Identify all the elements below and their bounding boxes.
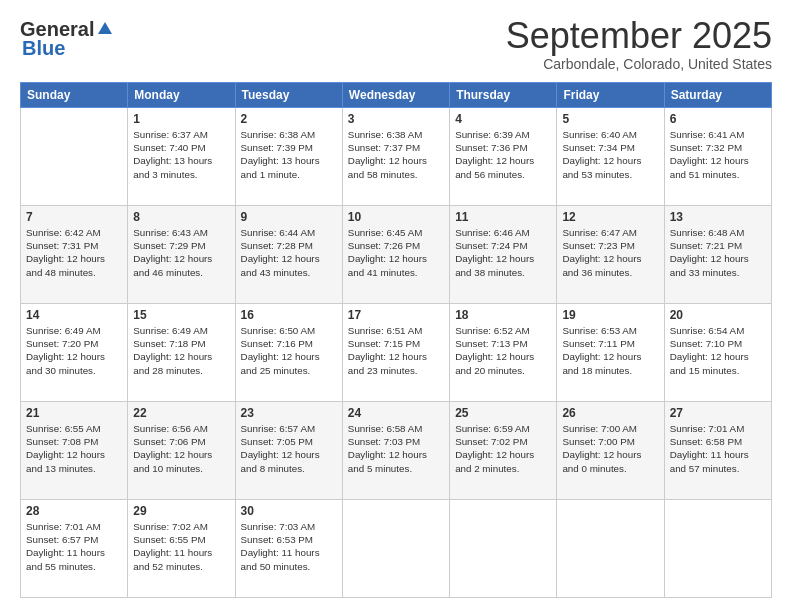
- day-info: Sunrise: 7:01 AMSunset: 6:57 PMDaylight:…: [26, 520, 122, 573]
- col-wednesday: Wednesday: [342, 83, 449, 108]
- calendar-header-row: Sunday Monday Tuesday Wednesday Thursday…: [21, 83, 772, 108]
- table-row: 26Sunrise: 7:00 AMSunset: 7:00 PMDayligh…: [557, 402, 664, 500]
- day-number: 26: [562, 406, 658, 420]
- day-number: 29: [133, 504, 229, 518]
- day-number: 18: [455, 308, 551, 322]
- day-info: Sunrise: 7:00 AMSunset: 7:00 PMDaylight:…: [562, 422, 658, 475]
- table-row: 12Sunrise: 6:47 AMSunset: 7:23 PMDayligh…: [557, 206, 664, 304]
- day-number: 17: [348, 308, 444, 322]
- day-number: 28: [26, 504, 122, 518]
- col-tuesday: Tuesday: [235, 83, 342, 108]
- table-row: [21, 108, 128, 206]
- table-row: 6Sunrise: 6:41 AMSunset: 7:32 PMDaylight…: [664, 108, 771, 206]
- table-row: 29Sunrise: 7:02 AMSunset: 6:55 PMDayligh…: [128, 500, 235, 598]
- day-info: Sunrise: 6:45 AMSunset: 7:26 PMDaylight:…: [348, 226, 444, 279]
- day-info: Sunrise: 6:49 AMSunset: 7:18 PMDaylight:…: [133, 324, 229, 377]
- day-number: 5: [562, 112, 658, 126]
- day-number: 22: [133, 406, 229, 420]
- day-number: 20: [670, 308, 766, 322]
- day-info: Sunrise: 6:51 AMSunset: 7:15 PMDaylight:…: [348, 324, 444, 377]
- day-info: Sunrise: 7:03 AMSunset: 6:53 PMDaylight:…: [241, 520, 337, 573]
- day-info: Sunrise: 7:01 AMSunset: 6:58 PMDaylight:…: [670, 422, 766, 475]
- calendar-row: 7Sunrise: 6:42 AMSunset: 7:31 PMDaylight…: [21, 206, 772, 304]
- day-info: Sunrise: 6:41 AMSunset: 7:32 PMDaylight:…: [670, 128, 766, 181]
- page: General Blue September 2025 Carbondale, …: [0, 0, 792, 612]
- table-row: 27Sunrise: 7:01 AMSunset: 6:58 PMDayligh…: [664, 402, 771, 500]
- day-number: 14: [26, 308, 122, 322]
- day-number: 21: [26, 406, 122, 420]
- table-row: 15Sunrise: 6:49 AMSunset: 7:18 PMDayligh…: [128, 304, 235, 402]
- day-info: Sunrise: 6:53 AMSunset: 7:11 PMDaylight:…: [562, 324, 658, 377]
- table-row: 28Sunrise: 7:01 AMSunset: 6:57 PMDayligh…: [21, 500, 128, 598]
- day-info: Sunrise: 6:38 AMSunset: 7:39 PMDaylight:…: [241, 128, 337, 181]
- day-number: 13: [670, 210, 766, 224]
- day-info: Sunrise: 6:48 AMSunset: 7:21 PMDaylight:…: [670, 226, 766, 279]
- day-info: Sunrise: 6:46 AMSunset: 7:24 PMDaylight:…: [455, 226, 551, 279]
- day-info: Sunrise: 6:58 AMSunset: 7:03 PMDaylight:…: [348, 422, 444, 475]
- day-info: Sunrise: 6:54 AMSunset: 7:10 PMDaylight:…: [670, 324, 766, 377]
- day-info: Sunrise: 6:59 AMSunset: 7:02 PMDaylight:…: [455, 422, 551, 475]
- day-info: Sunrise: 6:55 AMSunset: 7:08 PMDaylight:…: [26, 422, 122, 475]
- table-row: 13Sunrise: 6:48 AMSunset: 7:21 PMDayligh…: [664, 206, 771, 304]
- table-row: 8Sunrise: 6:43 AMSunset: 7:29 PMDaylight…: [128, 206, 235, 304]
- col-friday: Friday: [557, 83, 664, 108]
- month-title: September 2025: [506, 18, 772, 54]
- day-number: 16: [241, 308, 337, 322]
- svg-marker-0: [98, 22, 112, 34]
- title-block: September 2025 Carbondale, Colorado, Uni…: [506, 18, 772, 72]
- day-number: 4: [455, 112, 551, 126]
- calendar-table: Sunday Monday Tuesday Wednesday Thursday…: [20, 82, 772, 598]
- table-row: 17Sunrise: 6:51 AMSunset: 7:15 PMDayligh…: [342, 304, 449, 402]
- table-row: [342, 500, 449, 598]
- day-info: Sunrise: 6:43 AMSunset: 7:29 PMDaylight:…: [133, 226, 229, 279]
- day-info: Sunrise: 6:38 AMSunset: 7:37 PMDaylight:…: [348, 128, 444, 181]
- day-info: Sunrise: 6:47 AMSunset: 7:23 PMDaylight:…: [562, 226, 658, 279]
- col-monday: Monday: [128, 83, 235, 108]
- table-row: 10Sunrise: 6:45 AMSunset: 7:26 PMDayligh…: [342, 206, 449, 304]
- day-number: 10: [348, 210, 444, 224]
- col-saturday: Saturday: [664, 83, 771, 108]
- day-number: 8: [133, 210, 229, 224]
- day-number: 27: [670, 406, 766, 420]
- day-number: 23: [241, 406, 337, 420]
- day-info: Sunrise: 6:39 AMSunset: 7:36 PMDaylight:…: [455, 128, 551, 181]
- day-number: 11: [455, 210, 551, 224]
- day-info: Sunrise: 6:42 AMSunset: 7:31 PMDaylight:…: [26, 226, 122, 279]
- day-info: Sunrise: 6:52 AMSunset: 7:13 PMDaylight:…: [455, 324, 551, 377]
- day-number: 1: [133, 112, 229, 126]
- table-row: 25Sunrise: 6:59 AMSunset: 7:02 PMDayligh…: [450, 402, 557, 500]
- table-row: 18Sunrise: 6:52 AMSunset: 7:13 PMDayligh…: [450, 304, 557, 402]
- calendar-row: 28Sunrise: 7:01 AMSunset: 6:57 PMDayligh…: [21, 500, 772, 598]
- logo-blue-text: Blue: [22, 37, 65, 60]
- calendar-row: 1Sunrise: 6:37 AMSunset: 7:40 PMDaylight…: [21, 108, 772, 206]
- day-number: 3: [348, 112, 444, 126]
- table-row: 23Sunrise: 6:57 AMSunset: 7:05 PMDayligh…: [235, 402, 342, 500]
- table-row: [664, 500, 771, 598]
- table-row: 19Sunrise: 6:53 AMSunset: 7:11 PMDayligh…: [557, 304, 664, 402]
- table-row: 9Sunrise: 6:44 AMSunset: 7:28 PMDaylight…: [235, 206, 342, 304]
- day-info: Sunrise: 6:50 AMSunset: 7:16 PMDaylight:…: [241, 324, 337, 377]
- table-row: 16Sunrise: 6:50 AMSunset: 7:16 PMDayligh…: [235, 304, 342, 402]
- table-row: 1Sunrise: 6:37 AMSunset: 7:40 PMDaylight…: [128, 108, 235, 206]
- table-row: 5Sunrise: 6:40 AMSunset: 7:34 PMDaylight…: [557, 108, 664, 206]
- day-info: Sunrise: 6:49 AMSunset: 7:20 PMDaylight:…: [26, 324, 122, 377]
- day-info: Sunrise: 6:44 AMSunset: 7:28 PMDaylight:…: [241, 226, 337, 279]
- logo-icon: [96, 20, 114, 38]
- table-row: [557, 500, 664, 598]
- table-row: 22Sunrise: 6:56 AMSunset: 7:06 PMDayligh…: [128, 402, 235, 500]
- calendar-row: 21Sunrise: 6:55 AMSunset: 7:08 PMDayligh…: [21, 402, 772, 500]
- day-number: 30: [241, 504, 337, 518]
- location: Carbondale, Colorado, United States: [506, 56, 772, 72]
- header: General Blue September 2025 Carbondale, …: [20, 18, 772, 72]
- table-row: 30Sunrise: 7:03 AMSunset: 6:53 PMDayligh…: [235, 500, 342, 598]
- table-row: 7Sunrise: 6:42 AMSunset: 7:31 PMDaylight…: [21, 206, 128, 304]
- day-number: 2: [241, 112, 337, 126]
- day-number: 12: [562, 210, 658, 224]
- logo: General Blue: [20, 18, 114, 60]
- table-row: [450, 500, 557, 598]
- day-info: Sunrise: 7:02 AMSunset: 6:55 PMDaylight:…: [133, 520, 229, 573]
- table-row: 14Sunrise: 6:49 AMSunset: 7:20 PMDayligh…: [21, 304, 128, 402]
- table-row: 3Sunrise: 6:38 AMSunset: 7:37 PMDaylight…: [342, 108, 449, 206]
- day-number: 24: [348, 406, 444, 420]
- day-number: 9: [241, 210, 337, 224]
